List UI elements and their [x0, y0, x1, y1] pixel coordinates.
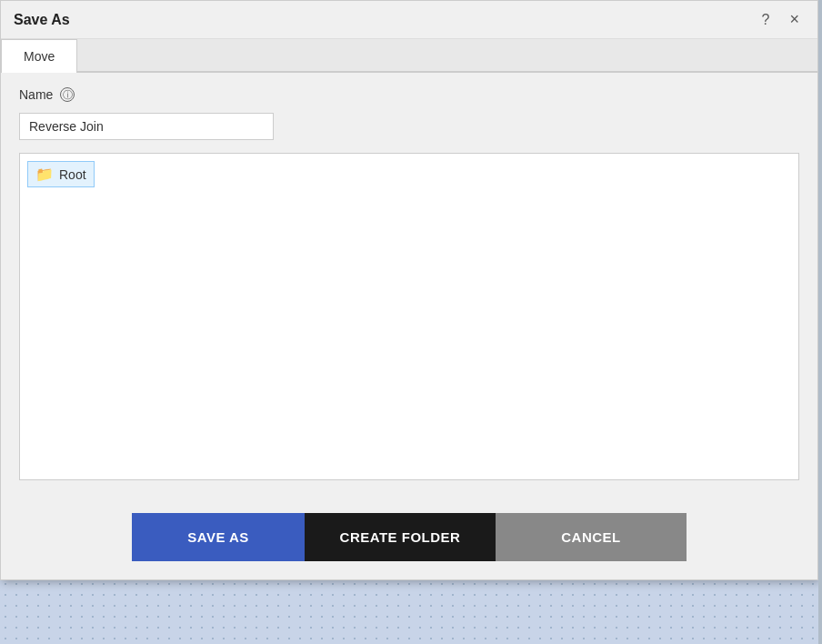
dialog-wrapper: Save As ? × Move Name ⓘ — [0, 0, 822, 644]
save-as-button[interactable]: SAVE AS — [132, 513, 305, 561]
cancel-button[interactable]: CANCEL — [496, 513, 687, 561]
help-button[interactable]: ? — [757, 10, 776, 30]
info-icon[interactable]: ⓘ — [60, 87, 75, 102]
dialog-title: Save As — [14, 12, 70, 28]
tab-inactive-area — [77, 39, 817, 72]
name-input[interactable] — [19, 113, 274, 140]
root-folder-label: Root — [59, 167, 86, 182]
name-row: Name ⓘ — [19, 87, 799, 102]
name-label: Name — [19, 87, 53, 102]
folder-icon: 📁 — [35, 166, 54, 183]
save-as-dialog: Save As ? × Move Name ⓘ — [0, 0, 818, 580]
file-browser: 📁 Root — [19, 153, 799, 480]
content-area: Name ⓘ 📁 Root — [1, 73, 817, 495]
titlebar-actions: ? × — [757, 8, 805, 31]
root-folder-item[interactable]: 📁 Root — [27, 161, 95, 187]
create-folder-button[interactable]: CREATE FOLDER — [305, 513, 496, 561]
dialog-footer: SAVE AS CREATE FOLDER CANCEL — [1, 495, 817, 579]
tab-bar: Move — [1, 39, 817, 73]
scrollbar[interactable] — [818, 0, 822, 644]
dialog-titlebar: Save As ? × — [1, 1, 817, 39]
tab-move[interactable]: Move — [1, 39, 77, 73]
dialog-body: Move Name ⓘ 📁 Root — [1, 39, 817, 495]
close-button[interactable]: × — [784, 8, 805, 31]
